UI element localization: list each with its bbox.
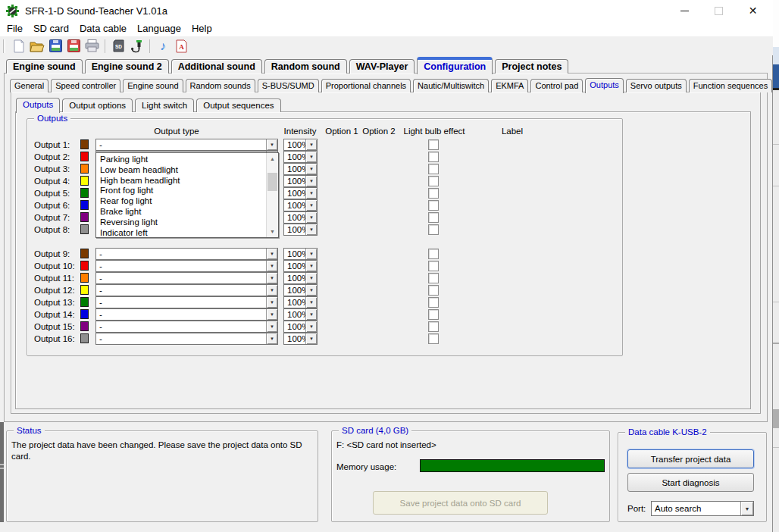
config-tab-nautic-multiswitch[interactable]: Nautic/Multiswitch [413,79,489,92]
intensity-select[interactable]: 100%▼ [283,296,318,308]
light-bulb-effect-checkbox[interactable] [428,249,439,259]
start-diagnosis-button[interactable]: Start diagnosis [627,473,754,492]
data-cable-icon[interactable] [128,38,145,54]
config-tab-control-pad[interactable]: Control pad [530,79,583,92]
intensity-select[interactable]: 100%▼ [283,284,318,296]
config-tab-proportional-channels[interactable]: Proportional channels [321,79,411,92]
output-type-select[interactable]: -▼ [95,272,278,284]
dropdown-arrow-icon[interactable]: ▼ [305,139,317,150]
intensity-select[interactable]: 100%▼ [283,224,318,236]
light-bulb-effect-checkbox[interactable] [428,176,439,186]
intensity-select[interactable]: 100%▼ [283,272,318,284]
save-to-sd-button[interactable]: Save project data onto SD card [373,491,548,515]
light-bulb-effect-checkbox[interactable] [428,152,439,162]
main-tab-engine-sound-2[interactable]: Engine sound 2 [85,59,169,74]
light-bulb-effect-checkbox[interactable] [428,273,439,283]
maximize-button[interactable] [702,0,736,21]
intensity-select[interactable]: 100%▼ [283,163,318,175]
output-type-select[interactable]: -▼ [95,308,278,321]
intensity-select[interactable]: 100%▼ [283,333,318,345]
light-bulb-effect-checkbox[interactable] [428,285,439,296]
dropdown-arrow-icon[interactable]: ▼ [305,188,317,199]
output-type-select[interactable]: -▼ [95,139,278,151]
light-bulb-effect-checkbox[interactable] [428,200,439,211]
dropdown-arrow-icon[interactable]: ▼ [305,152,317,162]
dropdown-arrow-icon[interactable]: ▼ [266,321,277,332]
dropdown-item-low-beam-headlight[interactable]: Low beam headlight [96,165,266,176]
config-tab-speed-controller[interactable]: Speed controller [51,79,120,92]
dropdown-arrow-icon[interactable]: ▼ [266,261,277,271]
menu-file[interactable]: File [2,21,28,36]
light-bulb-effect-checkbox[interactable] [428,224,439,235]
scroll-thumb[interactable] [267,173,277,191]
intensity-select[interactable]: 100%▼ [283,248,318,260]
dropdown-item-brake-light[interactable]: Brake light [96,207,266,217]
save-project-as-icon[interactable] [65,38,82,54]
dropdown-arrow-icon[interactable]: ▼ [266,333,277,344]
light-bulb-effect-checkbox[interactable] [428,261,439,271]
config-tab-outputs[interactable]: Outputs [585,78,624,93]
dropdown-arrow-icon[interactable]: ▼ [305,212,317,223]
main-tab-configuration[interactable]: Configuration [417,57,493,74]
light-bulb-effect-checkbox[interactable] [428,164,439,174]
dropdown-arrow-icon[interactable]: ▼ [266,297,277,308]
config-tab-servo-outputs[interactable]: Servo outputs [626,79,687,92]
outputs-tab-outputs[interactable]: Outputs [16,98,60,113]
transfer-project-data-button[interactable]: Transfer project data [627,449,754,468]
port-select[interactable]: Auto search ▼ [651,501,754,516]
scroll-up-icon[interactable]: ▲ [267,153,278,164]
dropdown-scrollbar[interactable]: ▲ ▼ [266,153,278,237]
config-tab-s-bus-sumd[interactable]: S-BUS/SUMD [258,79,319,92]
light-bulb-effect-checkbox[interactable] [428,139,439,150]
intensity-select[interactable]: 100%▼ [283,199,318,211]
dropdown-arrow-icon[interactable]: ▼ [305,297,317,308]
main-tab-project-notes[interactable]: Project notes [495,59,568,74]
config-tab-function-sequences[interactable]: Function sequences [689,79,772,92]
main-tab-additional-sound[interactable]: Additional sound [171,59,262,74]
dropdown-arrow-icon[interactable]: ▼ [305,176,317,186]
dropdown-arrow-icon[interactable]: ▼ [305,321,317,332]
light-bulb-effect-checkbox[interactable] [428,297,439,308]
dropdown-arrow-icon[interactable]: ▼ [305,309,317,320]
config-tab-general[interactable]: General [10,79,48,92]
dropdown-arrow-icon[interactable]: ▼ [266,273,277,283]
dropdown-arrow-icon[interactable]: ▼ [266,309,277,320]
intensity-select[interactable]: 100%▼ [283,308,318,321]
output-type-select[interactable]: -▼ [95,284,278,296]
outputs-tab-output-sequences[interactable]: Output sequences [196,99,280,112]
dropdown-arrow-icon[interactable]: ▼ [740,502,753,515]
intensity-select[interactable]: 100%▼ [283,321,318,333]
light-bulb-effect-checkbox[interactable] [428,212,439,223]
minimize-button[interactable] [668,0,702,21]
config-tab-ekmfa[interactable]: EKMFA [491,79,528,92]
play-sound-icon[interactable]: ♪ [155,38,171,54]
dropdown-arrow-icon[interactable]: ▼ [305,285,317,296]
light-bulb-effect-checkbox[interactable] [428,321,439,332]
dropdown-item-indicator-left[interactable]: Indicator left [96,228,266,239]
dropdown-arrow-icon[interactable]: ▼ [305,164,317,174]
intensity-select[interactable]: 100%▼ [283,187,318,199]
dropdown-item-high-beam-headlight[interactable]: High beam headlight [96,176,266,186]
print-icon[interactable] [83,38,100,54]
config-tab-random-sounds[interactable]: Random sounds [186,79,255,92]
pdf-manual-icon[interactable]: A [173,38,189,54]
light-bulb-effect-checkbox[interactable] [428,309,439,320]
output-type-select[interactable]: -▼ [95,321,278,333]
main-tab-engine-sound[interactable]: Engine sound [6,59,83,74]
dropdown-arrow-icon[interactable]: ▼ [266,285,277,296]
new-project-icon[interactable] [11,38,27,54]
intensity-select[interactable]: 100%▼ [283,175,318,187]
intensity-select[interactable]: 100%▼ [283,151,318,163]
outputs-tab-output-options[interactable]: Output options [62,99,133,112]
sd-card-icon[interactable]: SD [110,38,127,54]
config-tab-engine-sound[interactable]: Engine sound [123,79,183,92]
intensity-select[interactable]: 100%▼ [283,211,318,224]
menu-language[interactable]: Language [132,21,186,36]
dropdown-arrow-icon[interactable]: ▼ [266,249,277,259]
dropdown-arrow-icon[interactable]: ▼ [266,139,277,150]
dropdown-arrow-icon[interactable]: ▼ [305,224,317,235]
output-type-select[interactable]: -▼ [95,333,278,345]
output-type-select[interactable]: -▼ [95,296,278,308]
main-tab-wav-player[interactable]: WAV-Player [349,59,415,74]
outputs-tab-light-switch[interactable]: Light switch [135,99,194,112]
